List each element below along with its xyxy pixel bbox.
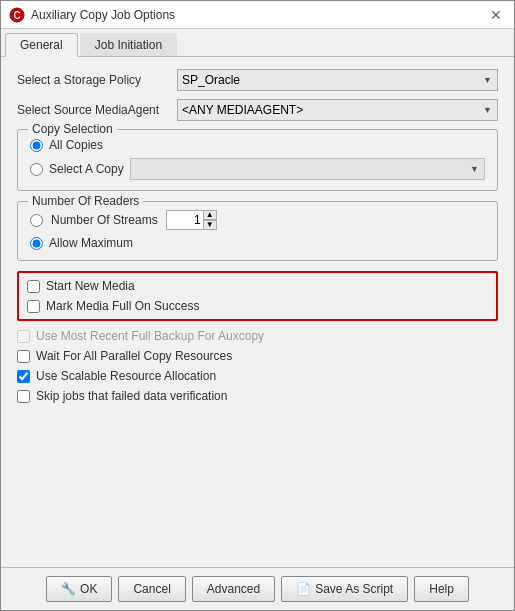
ok-icon: 🔧: [61, 582, 76, 596]
ok-button[interactable]: 🔧 OK: [46, 576, 112, 602]
start-new-media-row: Start New Media: [27, 279, 488, 293]
streams-row: Number Of Streams 1 ▲ ▼: [30, 210, 485, 230]
svg-text:C: C: [13, 10, 20, 21]
help-button[interactable]: Help: [414, 576, 469, 602]
tab-job-initiation[interactable]: Job Initiation: [80, 33, 177, 56]
skip-jobs-row: Skip jobs that failed data verification: [17, 389, 498, 403]
source-media-agent-row: Select Source MediaAgent <ANY MEDIAAGENT…: [17, 99, 498, 121]
tabs-bar: General Job Initiation: [1, 29, 514, 57]
use-most-recent-row: Use Most Recent Full Backup For Auxcopy: [17, 329, 498, 343]
streams-input[interactable]: 1: [167, 213, 203, 227]
storage-policy-dropdown-wrapper: SP_Oracle: [177, 69, 498, 91]
select-copy-row: Select A Copy: [30, 158, 485, 180]
use-scalable-label: Use Scalable Resource Allocation: [36, 369, 216, 383]
storage-policy-label: Select a Storage Policy: [17, 73, 177, 87]
titlebar: C Auxiliary Copy Job Options ✕: [1, 1, 514, 29]
select-copy-dropdown-wrapper: [130, 158, 485, 180]
save-script-icon: 📄: [296, 582, 311, 596]
tab-general[interactable]: General: [5, 33, 78, 57]
app-icon: C: [9, 7, 25, 23]
source-media-agent-label: Select Source MediaAgent: [17, 103, 177, 117]
source-media-agent-dropdown-wrapper: <ANY MEDIAAGENT>: [177, 99, 498, 121]
use-most-recent-checkbox[interactable]: [17, 330, 30, 343]
spinbox-up-button[interactable]: ▲: [203, 210, 217, 220]
copy-selection-group: Copy Selection All Copies Select A Copy: [17, 129, 498, 191]
use-scalable-row: Use Scalable Resource Allocation: [17, 369, 498, 383]
start-new-media-label: Start New Media: [46, 279, 135, 293]
storage-policy-select[interactable]: SP_Oracle: [177, 69, 498, 91]
dialog-title: Auxiliary Copy Job Options: [31, 8, 175, 22]
storage-policy-row: Select a Storage Policy SP_Oracle: [17, 69, 498, 91]
cancel-button[interactable]: Cancel: [118, 576, 185, 602]
dialog: C Auxiliary Copy Job Options ✕ General J…: [0, 0, 515, 611]
select-copy-select[interactable]: [130, 158, 485, 180]
start-new-media-checkbox[interactable]: [27, 280, 40, 293]
wait-parallel-row: Wait For All Parallel Copy Resources: [17, 349, 498, 363]
close-button[interactable]: ✕: [486, 8, 506, 22]
spinbox-down-button[interactable]: ▼: [203, 220, 217, 230]
num-streams-radio[interactable]: [30, 214, 43, 227]
select-copy-label: Select A Copy: [49, 162, 124, 176]
use-scalable-checkbox[interactable]: [17, 370, 30, 383]
skip-jobs-checkbox[interactable]: [17, 390, 30, 403]
wait-parallel-checkbox[interactable]: [17, 350, 30, 363]
all-copies-row: All Copies: [30, 138, 485, 152]
wait-parallel-label: Wait For All Parallel Copy Resources: [36, 349, 232, 363]
allow-max-row: Allow Maximum: [30, 236, 485, 250]
all-copies-radio[interactable]: [30, 139, 43, 152]
save-as-script-button[interactable]: 📄 Save As Script: [281, 576, 408, 602]
allow-max-label: Allow Maximum: [49, 236, 133, 250]
highlight-box: Start New Media Mark Media Full On Succe…: [17, 271, 498, 321]
skip-jobs-label: Skip jobs that failed data verification: [36, 389, 227, 403]
titlebar-left: C Auxiliary Copy Job Options: [9, 7, 175, 23]
mark-media-full-row: Mark Media Full On Success: [27, 299, 488, 313]
use-most-recent-label: Use Most Recent Full Backup For Auxcopy: [36, 329, 264, 343]
main-content: Select a Storage Policy SP_Oracle Select…: [1, 57, 514, 567]
mark-media-full-checkbox[interactable]: [27, 300, 40, 313]
number-of-readers-group: Number Of Readers Number Of Streams 1 ▲ …: [17, 201, 498, 261]
streams-spinbox: 1 ▲ ▼: [166, 210, 216, 230]
copy-selection-title: Copy Selection: [28, 122, 117, 136]
footer: 🔧 OK Cancel Advanced 📄 Save As Script He…: [1, 567, 514, 610]
spinbox-buttons: ▲ ▼: [203, 210, 217, 230]
source-media-agent-select[interactable]: <ANY MEDIAAGENT>: [177, 99, 498, 121]
all-copies-label: All Copies: [49, 138, 103, 152]
num-streams-label: Number Of Streams: [51, 213, 158, 227]
number-of-readers-title: Number Of Readers: [28, 194, 143, 208]
allow-max-radio[interactable]: [30, 237, 43, 250]
select-copy-radio[interactable]: [30, 163, 43, 176]
advanced-button[interactable]: Advanced: [192, 576, 275, 602]
mark-media-full-label: Mark Media Full On Success: [46, 299, 199, 313]
